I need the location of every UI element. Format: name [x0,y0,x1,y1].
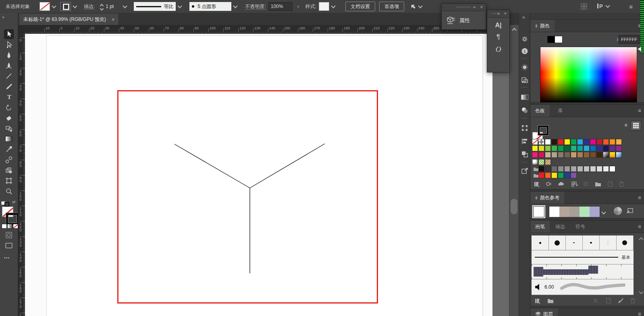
character-panel-icon[interactable]: A| [495,22,501,29]
export-icon[interactable] [521,167,528,175]
properties-panel-tab[interactable]: 属性 [442,11,486,25]
horizontal-ruler[interactable]: 1001020304050607080901001101201301401501… [25,25,492,34]
close-panel-icon[interactable]: × [504,11,507,16]
opacity-label[interactable]: 不透明度: [245,4,266,10]
brush-item[interactable] [582,235,600,250]
zoom-tool[interactable] [4,187,13,196]
brush-definition-dropdown[interactable] [232,2,239,10]
document-setup-button[interactable]: 文档设置 [345,2,375,11]
screen-mode-button[interactable] [5,242,13,251]
fill-color-dropdown[interactable] [51,2,57,10]
swatch[interactable] [538,145,544,151]
swatch[interactable] [551,166,557,172]
swatch[interactable] [590,166,596,172]
swatch[interactable] [577,152,583,158]
swatch[interactable] [564,145,570,151]
swatches-stroke-indicator[interactable] [538,126,548,135]
swatch[interactable] [616,145,622,151]
swatch[interactable] [603,166,609,172]
pathfinder-icon[interactable] [521,151,528,158]
swatch[interactable] [551,172,557,178]
vertical-ruler[interactable]: 01 02 03 04 05 06 07 08 09 01 0 01 1 01 … [18,34,25,316]
swatch[interactable] [558,139,564,145]
swatch[interactable] [616,152,622,158]
brushes-scroll-down[interactable] [639,291,644,293]
app-bar-menu-icon[interactable]: ≡ [629,3,633,10]
width-profile-field[interactable]: 等比 [134,2,176,11]
width-profile-dropdown[interactable] [177,2,183,10]
vertical-scrollbar[interactable] [509,25,519,316]
opentype-panel-icon[interactable]: O [496,45,501,54]
color-swatch[interactable] [555,36,563,43]
stroke-weight-value[interactable]: 1 pt [106,4,114,9]
opacity-more-arrow[interactable]: › [297,4,299,9]
stroke-color-swatch[interactable] [60,2,71,11]
libraries-panel-icon[interactable] [546,297,555,304]
blend-tool[interactable] [4,155,13,164]
swatch[interactable] [551,152,557,158]
tab-symbols[interactable]: 符号 [571,221,590,233]
y-shape-lines[interactable] [25,34,492,316]
swatch[interactable] [596,145,602,151]
brushes-scroll-up[interactable] [639,237,644,241]
swatch[interactable] [584,145,590,151]
symbol-sprayer-tool[interactable] [4,166,13,175]
swatch[interactable] [545,172,551,178]
brush-item[interactable] [548,235,566,250]
stroke-indicator[interactable] [6,213,19,225]
swatch[interactable] [558,166,564,172]
new-swatch-folder-icon[interactable] [594,180,602,188]
gradient-mode-button[interactable] [7,224,12,229]
harmony-color[interactable] [549,207,559,217]
swatch[interactable] [538,172,544,178]
pen-tool[interactable] [4,51,13,60]
swatch[interactable] [564,172,570,178]
brush-libraries-icon[interactable] [534,297,542,304]
preferences-button[interactable]: 首选项 [379,2,404,11]
appearance-sun-icon[interactable] [521,64,528,71]
swatch[interactable] [558,145,564,151]
brush-definition-field[interactable]: 5 点圆形 [189,2,231,11]
swatch[interactable] [545,139,551,145]
swatch[interactable] [538,152,544,158]
swatch[interactable] [551,139,557,145]
harmony-rules-dropdown[interactable] [602,209,605,215]
type-tool[interactable]: T [4,93,13,101]
color-mode-button[interactable] [2,224,7,229]
swatch[interactable] [558,172,564,178]
harmony-color[interactable] [580,207,590,217]
swatch-libraries-icon[interactable] [533,180,541,188]
edit-colors-icon[interactable] [625,207,634,216]
close-document-icon[interactable]: × [112,17,115,23]
swatch[interactable] [609,152,615,158]
swatch[interactable] [590,139,596,145]
expand-panels-button[interactable]: « [522,14,525,20]
swatch[interactable] [532,145,538,151]
fill-color-swatch[interactable] [39,2,50,11]
tab-color-guide[interactable]: 颜色参考 [530,192,564,204]
align-icon[interactable] [521,138,528,145]
swatch[interactable] [577,145,583,151]
drag-grip[interactable] [457,6,471,8]
tab-swatches[interactable]: 色板 [530,105,550,117]
swatch[interactable] [609,166,615,172]
artboards-icon[interactable] [521,77,528,84]
eyedropper-tool[interactable] [4,145,13,154]
swatch[interactable] [577,139,583,145]
brush-item[interactable] [616,235,634,250]
pattern-brush-row[interactable] [532,264,634,279]
swatch[interactable] [596,139,602,145]
swatch[interactable] [596,166,602,172]
line-segment-tool[interactable] [4,72,13,81]
stroke-weight-stepper[interactable] [100,3,103,10]
swatch[interactable] [596,152,602,158]
drawing-modes-button[interactable] [5,231,13,240]
info-icon[interactable]: i [521,48,528,55]
tools-panel-collapse-button[interactable]: » [2,14,4,19]
more-tools-button[interactable]: ••• [4,255,10,260]
style-swatch[interactable] [319,2,329,11]
list-view-button[interactable]: ≡ [621,121,631,130]
eraser-tool[interactable] [4,114,13,122]
swatch[interactable] [590,145,596,151]
arrange-selection-widget[interactable] [409,0,422,13]
